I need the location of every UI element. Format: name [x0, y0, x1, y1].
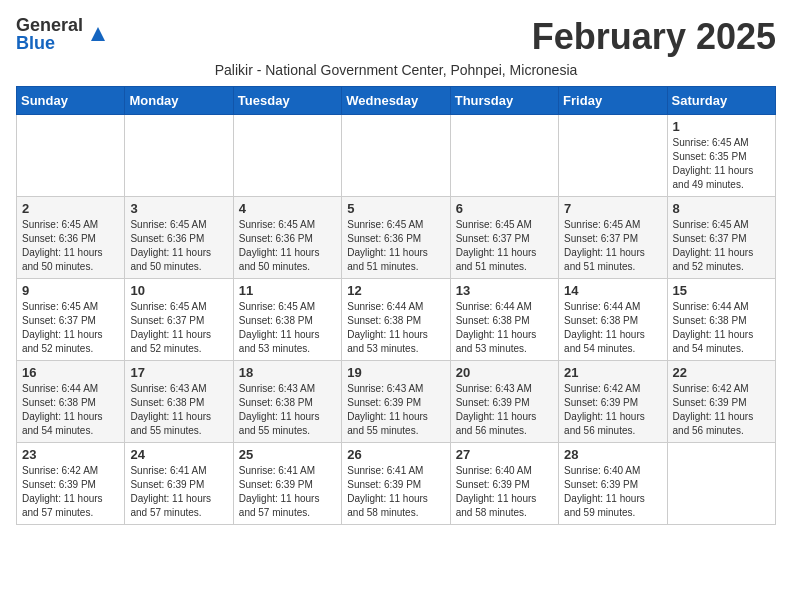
calendar-cell: 12Sunrise: 6:44 AM Sunset: 6:38 PM Dayli…	[342, 279, 450, 361]
day-number: 10	[130, 283, 227, 298]
calendar-cell: 25Sunrise: 6:41 AM Sunset: 6:39 PM Dayli…	[233, 443, 341, 525]
day-info: Sunrise: 6:45 AM Sunset: 6:36 PM Dayligh…	[22, 218, 119, 274]
day-number: 17	[130, 365, 227, 380]
calendar-cell: 23Sunrise: 6:42 AM Sunset: 6:39 PM Dayli…	[17, 443, 125, 525]
calendar-cell: 24Sunrise: 6:41 AM Sunset: 6:39 PM Dayli…	[125, 443, 233, 525]
calendar-cell: 9Sunrise: 6:45 AM Sunset: 6:37 PM Daylig…	[17, 279, 125, 361]
calendar-cell	[559, 115, 667, 197]
calendar-cell: 11Sunrise: 6:45 AM Sunset: 6:38 PM Dayli…	[233, 279, 341, 361]
day-info: Sunrise: 6:45 AM Sunset: 6:36 PM Dayligh…	[347, 218, 444, 274]
svg-marker-0	[91, 27, 105, 41]
calendar-week-row: 2Sunrise: 6:45 AM Sunset: 6:36 PM Daylig…	[17, 197, 776, 279]
calendar-cell	[450, 115, 558, 197]
day-number: 14	[564, 283, 661, 298]
calendar-cell: 17Sunrise: 6:43 AM Sunset: 6:38 PM Dayli…	[125, 361, 233, 443]
day-info: Sunrise: 6:44 AM Sunset: 6:38 PM Dayligh…	[22, 382, 119, 438]
calendar-cell: 22Sunrise: 6:42 AM Sunset: 6:39 PM Dayli…	[667, 361, 775, 443]
weekday-header-tuesday: Tuesday	[233, 87, 341, 115]
day-number: 2	[22, 201, 119, 216]
calendar-cell: 26Sunrise: 6:41 AM Sunset: 6:39 PM Dayli…	[342, 443, 450, 525]
day-number: 25	[239, 447, 336, 462]
calendar-cell	[342, 115, 450, 197]
day-number: 23	[22, 447, 119, 462]
day-info: Sunrise: 6:45 AM Sunset: 6:37 PM Dayligh…	[673, 218, 770, 274]
day-info: Sunrise: 6:45 AM Sunset: 6:37 PM Dayligh…	[456, 218, 553, 274]
calendar-cell: 2Sunrise: 6:45 AM Sunset: 6:36 PM Daylig…	[17, 197, 125, 279]
day-info: Sunrise: 6:41 AM Sunset: 6:39 PM Dayligh…	[347, 464, 444, 520]
calendar-cell: 16Sunrise: 6:44 AM Sunset: 6:38 PM Dayli…	[17, 361, 125, 443]
calendar-header-row: SundayMondayTuesdayWednesdayThursdayFrid…	[17, 87, 776, 115]
calendar-cell: 7Sunrise: 6:45 AM Sunset: 6:37 PM Daylig…	[559, 197, 667, 279]
day-info: Sunrise: 6:44 AM Sunset: 6:38 PM Dayligh…	[347, 300, 444, 356]
weekday-header-friday: Friday	[559, 87, 667, 115]
day-info: Sunrise: 6:43 AM Sunset: 6:38 PM Dayligh…	[239, 382, 336, 438]
calendar-cell: 8Sunrise: 6:45 AM Sunset: 6:37 PM Daylig…	[667, 197, 775, 279]
logo-general: General	[16, 16, 83, 34]
day-info: Sunrise: 6:45 AM Sunset: 6:37 PM Dayligh…	[130, 300, 227, 356]
weekday-header-wednesday: Wednesday	[342, 87, 450, 115]
day-number: 20	[456, 365, 553, 380]
day-number: 8	[673, 201, 770, 216]
day-number: 9	[22, 283, 119, 298]
day-info: Sunrise: 6:44 AM Sunset: 6:38 PM Dayligh…	[564, 300, 661, 356]
logo: General Blue	[16, 16, 109, 52]
calendar-cell	[233, 115, 341, 197]
day-number: 11	[239, 283, 336, 298]
location-title: Palikir - National Government Center, Po…	[16, 62, 776, 78]
month-title: February 2025	[532, 16, 776, 58]
day-number: 3	[130, 201, 227, 216]
weekday-header-thursday: Thursday	[450, 87, 558, 115]
calendar-week-row: 23Sunrise: 6:42 AM Sunset: 6:39 PM Dayli…	[17, 443, 776, 525]
calendar-cell: 14Sunrise: 6:44 AM Sunset: 6:38 PM Dayli…	[559, 279, 667, 361]
day-info: Sunrise: 6:45 AM Sunset: 6:36 PM Dayligh…	[239, 218, 336, 274]
calendar-week-row: 1Sunrise: 6:45 AM Sunset: 6:35 PM Daylig…	[17, 115, 776, 197]
day-number: 15	[673, 283, 770, 298]
calendar-cell	[17, 115, 125, 197]
day-number: 24	[130, 447, 227, 462]
calendar-cell: 3Sunrise: 6:45 AM Sunset: 6:36 PM Daylig…	[125, 197, 233, 279]
weekday-header-monday: Monday	[125, 87, 233, 115]
day-number: 5	[347, 201, 444, 216]
day-info: Sunrise: 6:40 AM Sunset: 6:39 PM Dayligh…	[456, 464, 553, 520]
calendar-cell	[667, 443, 775, 525]
logo-blue: Blue	[16, 34, 83, 52]
day-info: Sunrise: 6:43 AM Sunset: 6:39 PM Dayligh…	[347, 382, 444, 438]
day-info: Sunrise: 6:44 AM Sunset: 6:38 PM Dayligh…	[456, 300, 553, 356]
calendar-cell: 5Sunrise: 6:45 AM Sunset: 6:36 PM Daylig…	[342, 197, 450, 279]
calendar-cell: 28Sunrise: 6:40 AM Sunset: 6:39 PM Dayli…	[559, 443, 667, 525]
calendar-cell: 20Sunrise: 6:43 AM Sunset: 6:39 PM Dayli…	[450, 361, 558, 443]
day-number: 7	[564, 201, 661, 216]
day-info: Sunrise: 6:45 AM Sunset: 6:37 PM Dayligh…	[564, 218, 661, 274]
calendar-cell: 1Sunrise: 6:45 AM Sunset: 6:35 PM Daylig…	[667, 115, 775, 197]
logo-text: General Blue	[16, 16, 83, 52]
day-number: 26	[347, 447, 444, 462]
calendar-week-row: 16Sunrise: 6:44 AM Sunset: 6:38 PM Dayli…	[17, 361, 776, 443]
day-number: 18	[239, 365, 336, 380]
day-info: Sunrise: 6:45 AM Sunset: 6:35 PM Dayligh…	[673, 136, 770, 192]
calendar-cell: 10Sunrise: 6:45 AM Sunset: 6:37 PM Dayli…	[125, 279, 233, 361]
day-number: 21	[564, 365, 661, 380]
calendar-cell: 18Sunrise: 6:43 AM Sunset: 6:38 PM Dayli…	[233, 361, 341, 443]
day-info: Sunrise: 6:42 AM Sunset: 6:39 PM Dayligh…	[564, 382, 661, 438]
day-info: Sunrise: 6:45 AM Sunset: 6:38 PM Dayligh…	[239, 300, 336, 356]
day-info: Sunrise: 6:42 AM Sunset: 6:39 PM Dayligh…	[22, 464, 119, 520]
calendar-cell: 4Sunrise: 6:45 AM Sunset: 6:36 PM Daylig…	[233, 197, 341, 279]
day-info: Sunrise: 6:45 AM Sunset: 6:37 PM Dayligh…	[22, 300, 119, 356]
day-number: 19	[347, 365, 444, 380]
day-info: Sunrise: 6:41 AM Sunset: 6:39 PM Dayligh…	[239, 464, 336, 520]
calendar-cell: 19Sunrise: 6:43 AM Sunset: 6:39 PM Dayli…	[342, 361, 450, 443]
day-info: Sunrise: 6:43 AM Sunset: 6:39 PM Dayligh…	[456, 382, 553, 438]
calendar-cell	[125, 115, 233, 197]
day-number: 6	[456, 201, 553, 216]
page-header: General Blue February 2025	[16, 16, 776, 58]
day-number: 27	[456, 447, 553, 462]
day-number: 28	[564, 447, 661, 462]
day-info: Sunrise: 6:43 AM Sunset: 6:38 PM Dayligh…	[130, 382, 227, 438]
calendar-week-row: 9Sunrise: 6:45 AM Sunset: 6:37 PM Daylig…	[17, 279, 776, 361]
day-number: 12	[347, 283, 444, 298]
day-info: Sunrise: 6:42 AM Sunset: 6:39 PM Dayligh…	[673, 382, 770, 438]
calendar-table: SundayMondayTuesdayWednesdayThursdayFrid…	[16, 86, 776, 525]
calendar-cell: 21Sunrise: 6:42 AM Sunset: 6:39 PM Dayli…	[559, 361, 667, 443]
day-info: Sunrise: 6:44 AM Sunset: 6:38 PM Dayligh…	[673, 300, 770, 356]
day-info: Sunrise: 6:41 AM Sunset: 6:39 PM Dayligh…	[130, 464, 227, 520]
